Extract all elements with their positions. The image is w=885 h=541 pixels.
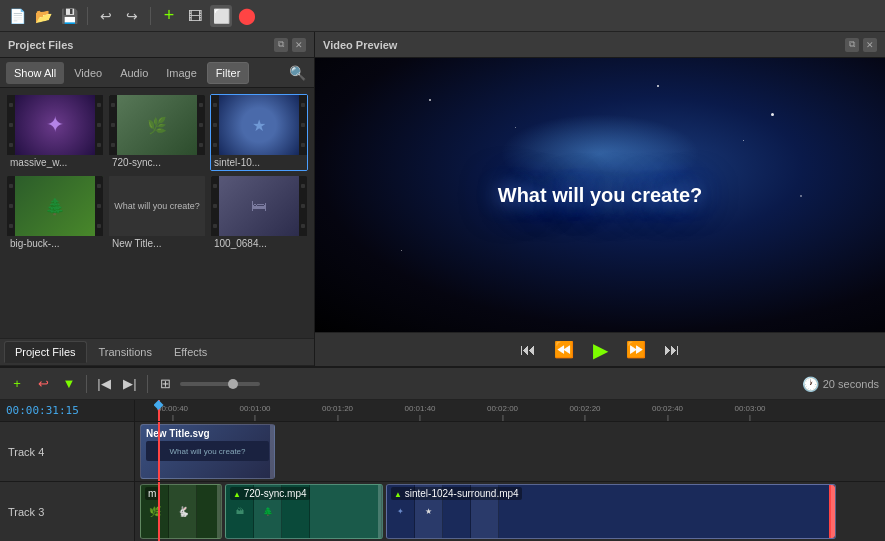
timeline-sep-2 [147, 375, 148, 393]
media-item-bigbuck[interactable]: 🌲 big-buck-... [6, 175, 104, 252]
newtitle-preview-text: What will you create? [114, 201, 200, 211]
timeline-jump-start-button[interactable]: |◀ [93, 373, 115, 395]
panel-float-button[interactable]: ⧉ [274, 38, 288, 52]
timeline-undo-button[interactable]: ↩ [32, 373, 54, 395]
star-6 [401, 250, 402, 251]
bottom-tabs-panel: Project Files Transitions Effects [0, 338, 314, 366]
skip-to-start-button[interactable]: ⏮ [514, 336, 542, 364]
track-4-label: Track 4 [0, 422, 134, 482]
time-display: 🕐 20 seconds [802, 376, 879, 392]
sintel-frame-5 [499, 485, 835, 539]
media-item-720sync[interactable]: 🌿 720-sync... [108, 94, 206, 171]
media-thumb-bigbuck: 🌲 [7, 176, 103, 236]
timeline-filter-button[interactable]: ▼ [58, 373, 80, 395]
open-file-button[interactable]: 📂 [32, 5, 54, 27]
720sync-frame-4 [310, 485, 382, 539]
track3-playhead [158, 482, 160, 542]
export-button[interactable]: ⬜ [210, 5, 232, 27]
clip-svg-preview: What will you create? [146, 441, 269, 461]
video-preview-header: Video Preview ⧉ ✕ [315, 32, 885, 58]
720sync-frame-1: 🏔 [226, 485, 254, 539]
star-7 [771, 113, 774, 116]
media-label-bigbuck: big-buck-... [7, 236, 103, 251]
preview-text-overlay: What will you create? [498, 184, 702, 207]
sintel-frame-3 [443, 485, 471, 539]
playback-controls: ⏮ ⏪ ▶ ⏩ ⏭ [315, 332, 885, 366]
main-content-area: Project Files ⧉ ✕ Show All Video Audio I… [0, 32, 885, 366]
panel-close-button[interactable]: ✕ [292, 38, 306, 52]
right-panel: Video Preview ⧉ ✕ What will you create? … [315, 32, 885, 366]
clip-720sync[interactable]: 🏔 🌲 ▲ 720-sync.mp4 [225, 484, 383, 540]
transitions-toolbar-button[interactable]: 🎞 [184, 5, 206, 27]
redo-button[interactable]: ↪ [121, 5, 143, 27]
media-item-sintel[interactable]: ★ sintel-10... [210, 94, 308, 171]
timeline-sep-1 [86, 375, 87, 393]
video-preview-title: Video Preview [323, 39, 397, 51]
720sync-resize-handle[interactable] [378, 485, 382, 539]
track4-playhead [158, 422, 160, 481]
timecode-display: 00:00:31:15 [0, 400, 134, 422]
tab-audio[interactable]: Audio [112, 62, 156, 84]
left-panel: Project Files ⧉ ✕ Show All Video Audio I… [0, 32, 315, 366]
ruler-mark-120: 00:01:20 [322, 404, 353, 421]
timeline-section: + ↩ ▼ |◀ ▶| ⊞ 🕐 20 seconds 00:00:31:15 T… [0, 366, 885, 541]
timeline-toolbar: + ↩ ▼ |◀ ▶| ⊞ 🕐 20 seconds [0, 368, 885, 400]
rewind-button[interactable]: ⏪ [550, 336, 578, 364]
tab-effects[interactable]: Effects [164, 341, 217, 363]
media-thumb-newtitle: What will you create? [109, 176, 205, 236]
tab-image[interactable]: Image [158, 62, 205, 84]
record-button[interactable]: ⬤ [236, 5, 258, 27]
add-track-button[interactable]: + [6, 373, 28, 395]
timeline-jump-end-button[interactable]: ▶| [119, 373, 141, 395]
tab-filter[interactable]: Filter [207, 62, 249, 84]
skip-to-end-button[interactable]: ⏭ [658, 336, 686, 364]
tab-video[interactable]: Video [66, 62, 110, 84]
bigbuck-resize-handle[interactable] [217, 485, 221, 539]
media-label-massive: massive_w... [7, 155, 103, 170]
timeline-ruler: 00:00:40 00:01:00 00:01:20 00:01:40 [135, 400, 885, 422]
media-thumb-720sync: 🌿 [109, 95, 205, 155]
tab-project-files[interactable]: Project Files [4, 341, 87, 363]
media-label-newtitle: New Title... [109, 236, 205, 251]
clip-svg-title: New Title.svg [146, 428, 269, 439]
media-item-newtitle[interactable]: What will you create? New Title... [108, 175, 206, 252]
media-item-100068[interactable]: 🛏 100_0684... [210, 175, 308, 252]
zoom-slider[interactable] [180, 382, 260, 386]
clip-sintel[interactable]: ✦ ★ ▲ sintel-1024-surround.mp4 [386, 484, 836, 540]
sintel-frame-1: ✦ [387, 485, 415, 539]
save-file-button[interactable]: 💾 [58, 5, 80, 27]
new-file-button[interactable]: 📄 [6, 5, 28, 27]
sintel-resize-handle[interactable] [831, 485, 835, 539]
zoom-slider-thumb[interactable] [228, 379, 238, 389]
preview-glow-effect [500, 114, 700, 194]
clock-icon: 🕐 [802, 376, 819, 392]
media-thumb-sintel: ★ [211, 95, 307, 155]
play-button[interactable]: ▶ [586, 336, 614, 364]
media-label-sintel: sintel-10... [211, 155, 307, 170]
preview-close-button[interactable]: ✕ [863, 38, 877, 52]
filter-tabs: Show All Video Audio Image Filter 🔍 [0, 58, 314, 88]
track-3-label: Track 3 [0, 482, 134, 541]
media-item-massive[interactable]: ✦ massive_w... [6, 94, 104, 171]
track-4-row: New Title.svg What will you create? [135, 422, 885, 482]
bigbuck-frame-1: 🌿 [141, 485, 169, 539]
toolbar-separator-1 [87, 7, 88, 25]
clip-resize-handle-right[interactable] [270, 425, 274, 478]
clip-bigbuck[interactable]: 🌿 🐇 m [140, 484, 222, 540]
project-files-title: Project Files [8, 39, 73, 51]
add-clip-button[interactable]: + [158, 5, 180, 27]
tab-show-all[interactable]: Show All [6, 62, 64, 84]
ruler-playhead [158, 400, 160, 421]
ruler-mark-140: 00:01:40 [404, 404, 435, 421]
toolbar-separator-2 [150, 7, 151, 25]
preview-float-button[interactable]: ⧉ [845, 38, 859, 52]
tab-transitions[interactable]: Transitions [89, 341, 162, 363]
clip-new-title-svg[interactable]: New Title.svg What will you create? [140, 424, 275, 479]
timeline-view-button[interactable]: ⊞ [154, 373, 176, 395]
timeline-content: 00:00:31:15 Track 4 Track 3 00:00:40 00:… [0, 400, 885, 541]
timeline-tracks: New Title.svg What will you create? [135, 422, 885, 541]
fast-forward-button[interactable]: ⏩ [622, 336, 650, 364]
main-toolbar: 📄 📂 💾 ↩ ↪ + 🎞 ⬜ ⬤ [0, 0, 885, 32]
search-button[interactable]: 🔍 [286, 62, 308, 84]
undo-button[interactable]: ↩ [95, 5, 117, 27]
